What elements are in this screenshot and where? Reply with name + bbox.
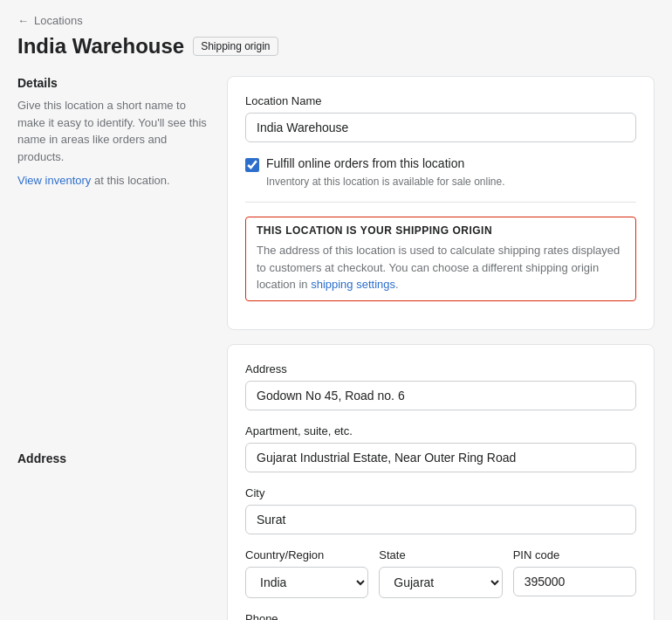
fulfill-checkbox-label: Fulfill online orders from this location	[266, 156, 464, 170]
apartment-input[interactable]	[245, 443, 636, 472]
pin-col: PIN code	[513, 548, 636, 598]
address-group: Address	[245, 362, 636, 410]
city-input[interactable]	[245, 505, 636, 534]
country-select[interactable]: India United States United Kingdom	[245, 567, 368, 598]
location-name-input[interactable]	[245, 113, 636, 142]
state-col: State Gujarat Maharashtra Delhi Karnatak…	[379, 548, 502, 598]
apartment-group: Apartment, suite, etc.	[245, 424, 636, 472]
apartment-label: Apartment, suite, etc.	[245, 424, 636, 437]
phone-label: Phone	[245, 612, 636, 621]
breadcrumb: ← Locations	[17, 14, 655, 27]
state-label: State	[379, 548, 502, 561]
content-area: Location Name Fulfill online orders from…	[227, 76, 655, 620]
address-card: Address Apartment, suite, etc. City Coun	[227, 344, 655, 621]
fulfill-checkbox-row: Fulfill online orders from this location	[245, 156, 636, 172]
shipping-origin-banner-title: THIS LOCATION IS YOUR SHIPPING ORIGIN	[257, 224, 625, 237]
fulfill-checkbox[interactable]	[245, 158, 259, 172]
state-select[interactable]: Gujarat Maharashtra Delhi Karnataka	[379, 567, 502, 598]
sidebar: Details Give this location a short name …	[17, 76, 209, 620]
inventory-suffix: at this location.	[91, 174, 169, 187]
address-section-title: Address	[17, 451, 209, 465]
divider	[245, 202, 636, 203]
country-label: Country/Region	[245, 548, 368, 561]
shipping-origin-banner: THIS LOCATION IS YOUR SHIPPING ORIGIN Th…	[245, 217, 636, 301]
pin-label: PIN code	[513, 548, 636, 561]
address-label: Address	[245, 362, 636, 375]
shipping-settings-link[interactable]: shipping settings	[311, 278, 395, 291]
details-card: Location Name Fulfill online orders from…	[227, 76, 655, 330]
main-layout: Details Give this location a short name …	[17, 76, 655, 620]
details-description: Give this location a short name to make …	[17, 97, 209, 165]
address-sidebar-section: Address	[17, 451, 209, 465]
address-input[interactable]	[245, 381, 636, 410]
view-inventory-link[interactable]: View inventory	[17, 174, 91, 187]
back-arrow-icon: ←	[17, 14, 29, 27]
city-label: City	[245, 486, 636, 499]
country-col: Country/Region India United States Unite…	[245, 548, 368, 598]
details-sidebar-section: Details Give this location a short name …	[17, 76, 209, 189]
page-title: India Warehouse	[17, 34, 184, 59]
breadcrumb-link[interactable]: Locations	[34, 14, 83, 27]
city-group: City	[245, 486, 636, 534]
shipping-origin-banner-desc: The address of this location is used to …	[257, 242, 625, 293]
shipping-origin-badge: Shipping origin	[193, 37, 278, 56]
page-header: India Warehouse Shipping origin	[17, 34, 655, 59]
details-section-title: Details	[17, 76, 209, 90]
pin-input[interactable]	[513, 567, 636, 596]
fulfill-checkbox-sublabel: Inventory at this location is available …	[266, 176, 636, 188]
location-name-label: Location Name	[245, 94, 636, 107]
country-state-pin-row: Country/Region India United States Unite…	[245, 548, 636, 598]
phone-group: Phone 🇮🇳 ▼	[245, 612, 636, 621]
location-name-group: Location Name	[245, 94, 636, 142]
